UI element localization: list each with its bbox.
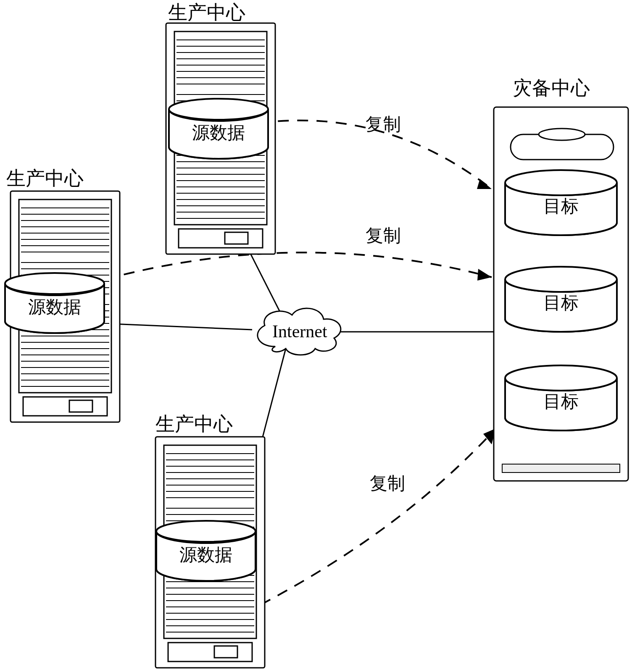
copy-label-1: 复制: [366, 115, 401, 134]
dr-target-2-label: 目标: [543, 293, 579, 312]
dr-target-3: 目标: [505, 365, 617, 430]
producer-3-disk: 源数据: [156, 521, 255, 581]
dr-target-3-label: 目标: [543, 392, 579, 411]
internet-cloud: Internet: [258, 308, 341, 355]
arrowhead-icon: [477, 269, 492, 281]
copy-arc-2: [105, 252, 492, 279]
copy-arc-3: [261, 428, 496, 605]
architecture-diagram: Internet 生产中心 源数据 生产中心 源数据 生产中心 源数据 灾备中心…: [0, 0, 640, 672]
producer-3-title: 生产中心: [155, 413, 233, 435]
producer-2-data-label: 源数据: [28, 297, 81, 317]
producer-1-title: 生产中心: [168, 2, 245, 23]
net-line: [101, 323, 252, 330]
dr-target-1-label: 目标: [543, 197, 579, 216]
svg-rect-39: [502, 464, 620, 472]
copy-label-2: 复制: [366, 226, 401, 245]
producer-1-data-label: 源数据: [192, 123, 245, 142]
dr-target-2: 目标: [505, 267, 617, 332]
producer-3-data-label: 源数据: [179, 545, 232, 564]
cloud-label: Internet: [272, 322, 327, 341]
svg-point-38: [539, 129, 585, 140]
producer-2-title: 生产中心: [6, 168, 84, 189]
dr-target-1: 目标: [505, 170, 617, 235]
dr-center-title: 灾备中心: [513, 77, 590, 99]
producer-1-disk: 源数据: [169, 99, 268, 159]
copy-label-3: 复制: [370, 474, 405, 493]
producer-2-disk: 源数据: [5, 273, 104, 333]
